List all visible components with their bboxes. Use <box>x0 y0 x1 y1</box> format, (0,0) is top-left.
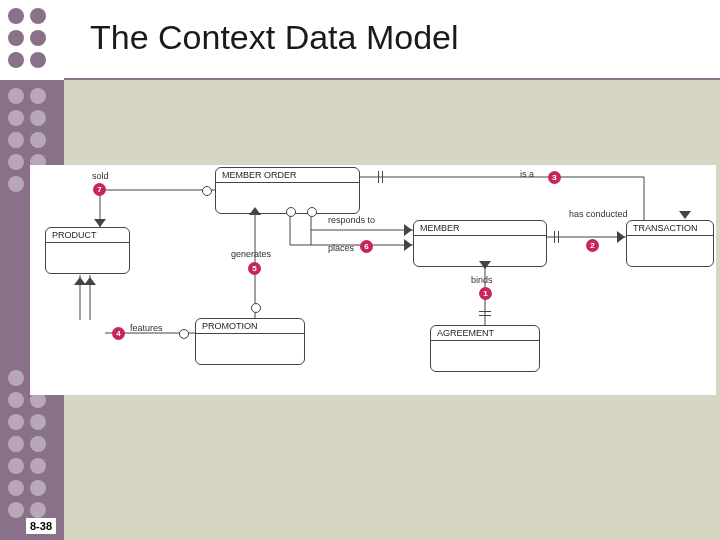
tick-icon <box>382 171 383 183</box>
entity-promotion: PROMOTION <box>195 318 305 365</box>
crowfoot-icon <box>617 231 625 243</box>
rel-marker-6: 6 <box>360 240 373 253</box>
entity-transaction: TRANSACTION <box>626 220 714 267</box>
optional-icon <box>202 186 212 196</box>
erd-diagram: MEMBER ORDER PRODUCT PROMOTION MEMBER AG… <box>30 165 716 395</box>
tick-icon <box>479 315 491 316</box>
title-bar: The Context Data Model <box>64 0 720 80</box>
tick-icon <box>378 171 379 183</box>
slide: The Context Data Model <box>0 0 720 540</box>
entity-label: PRODUCT <box>46 228 129 243</box>
crowfoot-icon <box>249 207 261 215</box>
page-title: The Context Data Model <box>90 18 459 57</box>
connectors <box>30 165 716 395</box>
tick-icon <box>558 231 559 243</box>
rel-label-generates: generates <box>231 249 271 259</box>
rel-label-sold: sold <box>92 171 109 181</box>
entity-label: TRANSACTION <box>627 221 713 236</box>
rel-marker-2: 2 <box>586 239 599 252</box>
rel-label-responds: responds to <box>328 215 375 225</box>
rel-marker-7: 7 <box>93 183 106 196</box>
crowfoot-icon <box>679 211 691 219</box>
crowfoot-icon <box>74 277 86 285</box>
crowfoot-icon <box>404 239 412 251</box>
optional-icon <box>286 207 296 217</box>
optional-icon <box>251 303 261 313</box>
entity-label: PROMOTION <box>196 319 304 334</box>
rel-label-places: places <box>328 243 354 253</box>
entity-label: MEMBER ORDER <box>216 168 359 183</box>
rel-label-conducted: has conducted <box>569 210 621 219</box>
rel-marker-3: 3 <box>548 171 561 184</box>
rel-label-features: features <box>130 323 163 333</box>
rel-label-binds: binds <box>471 275 493 285</box>
rel-label-isa: is a <box>520 169 534 179</box>
entity-product: PRODUCT <box>45 227 130 274</box>
tick-icon <box>479 311 491 312</box>
page-number: 8-38 <box>26 518 56 534</box>
entity-label: MEMBER <box>414 221 546 236</box>
entity-member: MEMBER <box>413 220 547 267</box>
optional-icon <box>179 329 189 339</box>
rel-marker-1: 1 <box>479 287 492 300</box>
entity-agreement: AGREEMENT <box>430 325 540 372</box>
tick-icon <box>554 231 555 243</box>
rel-marker-4: 4 <box>112 327 125 340</box>
crowfoot-icon <box>94 219 106 227</box>
crowfoot-icon <box>479 261 491 269</box>
rel-marker-5: 5 <box>248 262 261 275</box>
crowfoot-icon <box>404 224 412 236</box>
entity-label: AGREEMENT <box>431 326 539 341</box>
optional-icon <box>307 207 317 217</box>
